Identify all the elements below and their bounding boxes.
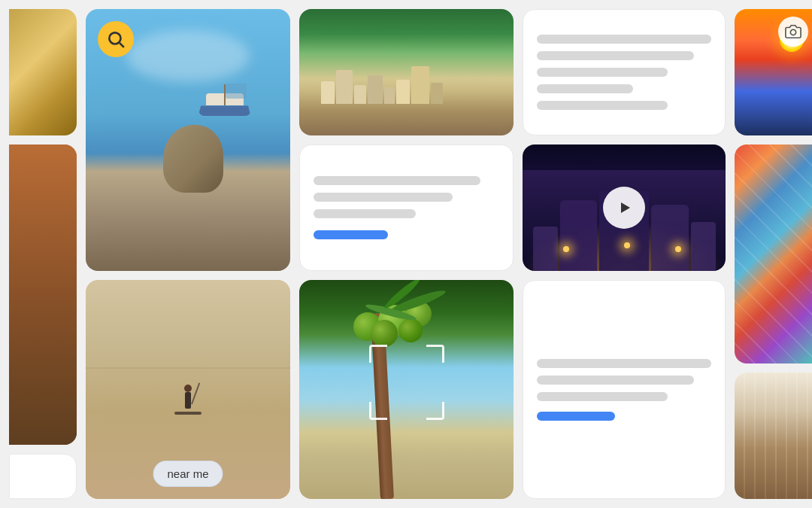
ocean-boat-card[interactable] bbox=[86, 9, 290, 271]
night-plaza-card[interactable] bbox=[523, 144, 726, 271]
text-result-card-1[interactable] bbox=[299, 144, 514, 271]
portrait-card-left bbox=[9, 144, 77, 445]
instrument-card bbox=[9, 9, 77, 135]
search-lens-button[interactable] bbox=[98, 21, 134, 57]
action-button-line[interactable] bbox=[537, 412, 615, 421]
search-icon bbox=[106, 29, 126, 49]
action-button-line[interactable] bbox=[314, 230, 388, 239]
col-2: near me bbox=[86, 9, 290, 499]
text-result-card-2[interactable] bbox=[523, 9, 726, 135]
play-button[interactable] bbox=[603, 187, 645, 229]
paddleboard-card[interactable]: near me bbox=[86, 280, 290, 499]
lens-corner-tl bbox=[369, 345, 387, 363]
svg-point-0 bbox=[109, 32, 120, 44]
text-line bbox=[314, 209, 416, 218]
svg-line-1 bbox=[120, 43, 124, 47]
sunset-beach-card[interactable] bbox=[735, 9, 812, 135]
near-me-pill[interactable]: near me bbox=[153, 461, 223, 487]
near-me-text: near me bbox=[167, 467, 208, 480]
text-line bbox=[314, 176, 480, 185]
col-partial-left bbox=[9, 9, 77, 499]
palm-beach-card[interactable] bbox=[299, 280, 514, 499]
svg-point-3 bbox=[790, 29, 795, 35]
lens-corner-bl bbox=[369, 402, 387, 420]
text-line bbox=[314, 193, 453, 202]
col-partial-right bbox=[735, 9, 812, 499]
lens-corner-br bbox=[426, 402, 444, 420]
col-3 bbox=[299, 9, 514, 499]
woman-portrait-partial[interactable] bbox=[735, 373, 812, 499]
text-result-card-3[interactable] bbox=[523, 280, 726, 499]
col-4 bbox=[523, 9, 726, 499]
svg-marker-2 bbox=[621, 202, 630, 213]
text-line bbox=[537, 376, 694, 385]
text-line bbox=[537, 51, 694, 60]
text-line bbox=[537, 392, 668, 401]
lens-scan-overlay bbox=[369, 345, 444, 420]
text-line bbox=[537, 359, 711, 368]
coastal-town-card[interactable] bbox=[299, 9, 514, 135]
main-grid: near me bbox=[0, 0, 812, 508]
text-line bbox=[537, 68, 668, 77]
colorful-textile-card[interactable] bbox=[735, 144, 812, 364]
text-line bbox=[537, 35, 711, 44]
text-line bbox=[537, 101, 668, 110]
text-line bbox=[537, 84, 633, 93]
camera-lens-button[interactable] bbox=[778, 17, 808, 47]
play-icon bbox=[615, 199, 633, 217]
camera-icon bbox=[785, 23, 801, 40]
white-card-left bbox=[9, 454, 77, 499]
lens-corner-tr bbox=[426, 345, 444, 363]
